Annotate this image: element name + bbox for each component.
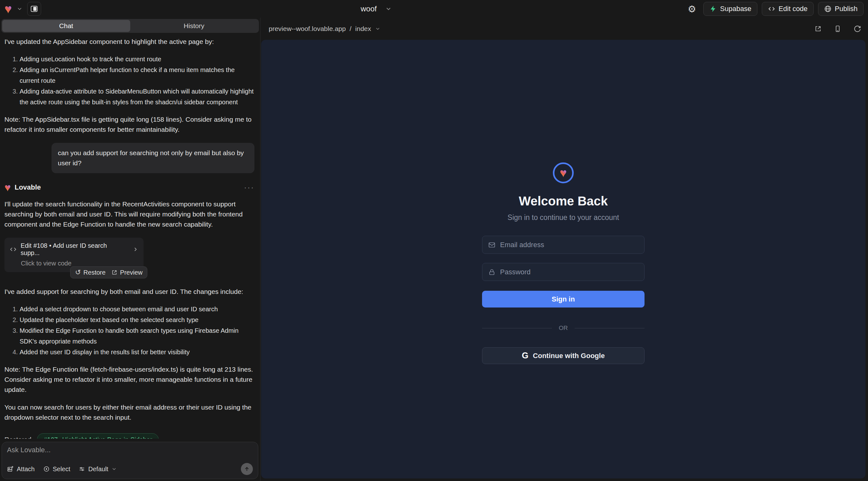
preview-canvas: ♥ Welcome Back Sign in to continue to yo… [261,40,865,478]
list-item: Adding data-active attribute to SidebarM… [20,86,254,107]
edit-card-subtitle: Click to view code [21,260,138,267]
lock-icon [488,268,496,276]
assistant-msg1-list: Adding useLocation hook to track the cur… [4,54,254,107]
project-switcher[interactable]: woof [361,0,392,18]
restored-version-id: #107 [43,436,58,439]
code-brackets-icon [9,246,17,253]
divider-line [482,328,552,328]
mode-selector-button[interactable]: Default [79,466,117,473]
or-label: OR [559,325,568,331]
top-bar-right: ⚙ Supabase Edit code Publish [685,2,864,16]
external-link-icon [111,269,118,276]
or-divider: OR [482,325,645,331]
list-item: Added a select dropdown to choose betwee… [20,304,254,315]
tab-history[interactable]: History [130,20,258,32]
user-message-bubble: can you add support for searching not on… [52,143,254,173]
preview-button[interactable]: Preview [111,269,143,276]
restore-button[interactable]: ↺ Restore [75,268,105,277]
restored-version-title: Highlight Active Page in Sidebar [62,436,152,439]
list-item: Updated the placeholder text based on th… [20,315,254,325]
chat-history-tabs: Chat History [1,19,259,33]
continue-with-google-button[interactable]: G Continue with Google [482,347,645,364]
composer-toolbar: Attach Select Default [7,463,253,475]
app-logo-ring: ♥ [553,162,574,183]
google-g-icon: G [522,351,528,361]
edit-code-label: Edit code [779,5,808,13]
attach-image-icon [7,466,14,473]
preview-actions [814,25,864,33]
edit-card-title-row: Edit #108 • Add user ID search supp... [9,242,138,257]
password-field[interactable] [482,263,645,281]
preview-header: preview--woof.lovable.app / index [260,18,868,40]
publish-label: Publish [835,5,858,13]
lovable-logo-heart-icon[interactable]: ♥ [4,3,12,15]
message-menu-button[interactable]: ··· [244,183,254,192]
login-subtitle: Sign in to continue to your account [508,213,619,222]
phone-icon [834,25,841,33]
send-button[interactable] [241,463,253,475]
logo-chevron-down-icon[interactable] [17,6,23,12]
assistant-msg2-list: Added a select dropdown to choose betwee… [4,304,254,357]
project-name: woof [361,4,377,13]
restored-row: Restored #107 Highlight Active Page in S… [4,433,254,439]
preview-label: Preview [120,269,143,276]
edit-card-wrapper: Edit #108 • Add user ID search supp... C… [4,238,144,272]
email-field[interactable] [482,236,645,254]
list-item: Modified the Edge Function to handle bot… [20,325,254,347]
mobile-view-button[interactable] [834,25,841,33]
user-message-row: can you add support for searching not on… [4,143,254,173]
chat-sidebar: Chat History I've updated the AppSidebar… [0,18,260,481]
code-brackets-icon [768,5,775,13]
password-input[interactable] [500,268,639,276]
assistant-msg2-body: I've added support for searching by both… [4,287,254,297]
assistant-msg1-note: Note: The AppSidebar.tsx file is getting… [4,115,254,135]
preview-url-selector[interactable]: preview--woof.lovable.app / index [269,25,380,33]
mode-chevron-down-icon [111,466,117,472]
panel-layout-icon [30,5,38,13]
publish-button[interactable]: Publish [818,2,864,16]
assistant-name: Lovable [14,183,41,192]
login-title: Welcome Back [519,194,608,208]
app-logo-heart-icon: ♥ [560,167,567,179]
main-split: Chat History I've updated the AppSidebar… [0,18,868,481]
email-input[interactable] [500,241,639,249]
login-card: ♥ Welcome Back Sign in to continue to yo… [482,162,645,364]
supabase-label: Supabase [720,5,751,13]
mode-label: Default [88,466,108,473]
sign-in-button[interactable]: Sign in [482,291,645,308]
chat-scroll-area[interactable]: I've updated the AppSidebar component to… [0,33,260,439]
restore-icon: ↺ [75,268,81,277]
list-item: Adding an isCurrentPath helper function … [20,64,254,86]
external-link-icon [814,25,822,33]
lovable-avatar-heart-icon: ♥ [4,182,11,193]
google-label: Continue with Google [533,352,605,360]
supabase-bolt-icon [709,5,717,13]
url-chevron-down-icon [375,26,380,32]
edit-card-actions: ↺ Restore Preview [70,266,147,279]
lovable-app-window: ♥ woof ⚙ Supabase [0,0,868,481]
preview-url: preview--woof.lovable.app [269,25,346,33]
assistant-message-header: ♥ Lovable ··· [4,182,254,193]
list-item: Adding useLocation hook to track the cur… [20,54,254,64]
preview-page: index [355,25,371,33]
chat-composer: Attach Select Default [2,442,258,479]
select-element-button[interactable]: Select [43,466,70,473]
supabase-button[interactable]: Supabase [703,2,757,16]
toggle-sidebar-button[interactable] [27,2,41,16]
attach-button[interactable]: Attach [7,466,35,473]
restored-version-badge[interactable]: #107 Highlight Active Page in Sidebar [37,433,159,439]
top-bar: ♥ woof ⚙ Supabase [0,0,868,18]
settings-button[interactable]: ⚙ [685,2,699,16]
edit-code-button[interactable]: Edit code [762,2,814,16]
open-in-new-tab-button[interactable] [814,25,822,33]
assistant-msg2-outro: You can now search for users by either t… [4,402,254,422]
mail-icon [488,241,496,249]
top-bar-left: ♥ [4,2,41,16]
divider-line [575,328,645,328]
globe-icon [824,5,832,13]
chat-input[interactable] [7,446,253,460]
target-icon [43,466,50,473]
project-chevron-down-icon [385,5,392,12]
tab-chat[interactable]: Chat [2,20,130,32]
refresh-button[interactable] [854,25,861,33]
